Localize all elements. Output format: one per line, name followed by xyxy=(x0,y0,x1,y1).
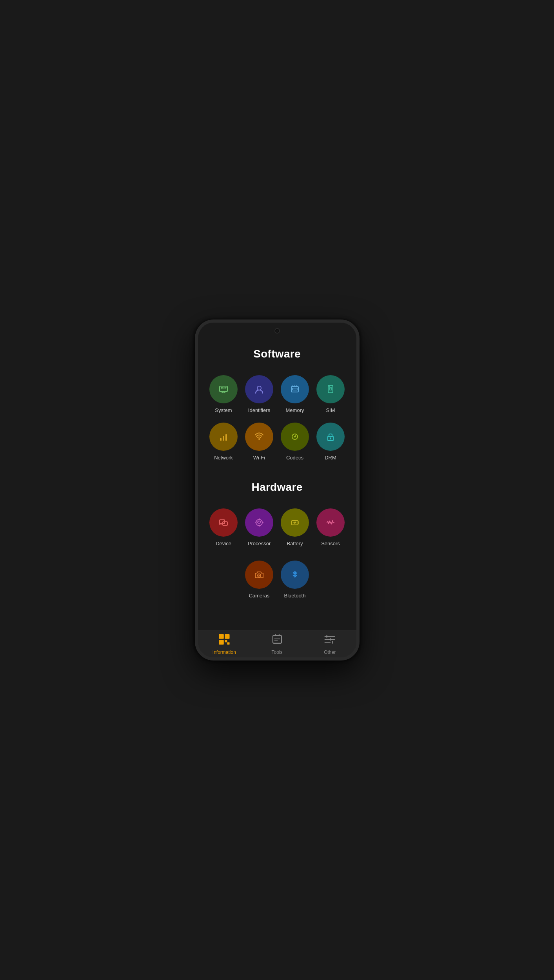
scroll-content: Software System xyxy=(198,338,356,630)
drm-item[interactable]: DRM xyxy=(313,419,349,464)
processor-label: Processor xyxy=(248,541,271,546)
cameras-icon-circle xyxy=(245,561,273,589)
bluetooth-icon xyxy=(289,568,301,581)
volume-up-button xyxy=(195,401,196,425)
wifi-label: Wi-Fi xyxy=(253,455,265,461)
nav-other[interactable]: Other xyxy=(303,630,356,658)
battery-item[interactable]: Battery xyxy=(277,505,313,550)
drm-icon-circle xyxy=(316,423,345,451)
network-label: Network xyxy=(214,455,233,461)
hardware-section-title: Hardware xyxy=(198,472,356,501)
codecs-icon-circle xyxy=(281,423,309,451)
volume-down-button xyxy=(195,432,196,456)
device-icon-circle xyxy=(209,508,238,537)
tools-nav-icon xyxy=(271,633,283,648)
svg-rect-21 xyxy=(219,634,223,639)
svg-point-2 xyxy=(257,386,261,390)
codecs-icon xyxy=(289,430,301,443)
sim-item[interactable]: SIM xyxy=(313,372,349,416)
sensors-icon-circle xyxy=(316,508,345,537)
device-label: Device xyxy=(216,541,231,546)
sensors-item[interactable]: Sensors xyxy=(313,505,349,550)
svg-rect-26 xyxy=(272,635,281,643)
network-item[interactable]: Network xyxy=(206,419,242,464)
device-icon xyxy=(217,516,230,529)
hardware-grid-row2: Cameras Bluetooth xyxy=(198,554,356,613)
power-button xyxy=(358,385,360,409)
volume-silent-button xyxy=(195,377,196,393)
bluetooth-icon-circle xyxy=(281,561,309,589)
network-icon xyxy=(217,430,230,443)
tools-nav-label: Tools xyxy=(272,650,283,655)
cameras-label: Cameras xyxy=(249,593,270,599)
identifiers-icon xyxy=(253,383,265,396)
cameras-item[interactable]: Cameras xyxy=(242,557,277,602)
processor-icon-circle xyxy=(245,508,273,537)
network-icon-circle xyxy=(209,423,238,451)
codecs-item[interactable]: Codecs xyxy=(277,419,313,464)
sensors-label: Sensors xyxy=(321,541,340,546)
system-label: System xyxy=(215,407,232,413)
phone-frame: Software System xyxy=(195,319,360,661)
nav-information[interactable]: Information xyxy=(198,630,251,658)
other-nav-icon xyxy=(323,633,336,648)
bottom-navigation: Information Tools xyxy=(198,630,356,657)
memory-label: Memory xyxy=(286,407,304,413)
processor-icon xyxy=(253,516,265,529)
sensors-icon xyxy=(324,516,337,529)
wifi-item[interactable]: Wi-Fi xyxy=(242,419,277,464)
svg-rect-22 xyxy=(225,634,229,639)
system-icon xyxy=(217,383,230,396)
drm-icon xyxy=(324,430,337,443)
wifi-icon xyxy=(253,430,265,443)
other-nav-label: Other xyxy=(324,650,336,655)
system-item[interactable]: System xyxy=(206,372,242,416)
codecs-label: Codecs xyxy=(286,455,303,461)
svg-point-16 xyxy=(256,519,262,526)
cameras-icon xyxy=(253,568,265,581)
svg-rect-6 xyxy=(220,438,222,441)
drm-label: DRM xyxy=(325,455,336,461)
sim-label: SIM xyxy=(326,407,335,413)
svg-rect-8 xyxy=(225,434,227,441)
battery-icon xyxy=(289,516,301,529)
memory-icon-circle xyxy=(281,375,309,403)
software-grid: System Identifiers xyxy=(198,368,356,472)
svg-rect-0 xyxy=(220,386,227,392)
svg-rect-25 xyxy=(227,642,229,644)
battery-label: Battery xyxy=(287,541,303,546)
svg-rect-4 xyxy=(292,388,297,390)
svg-rect-7 xyxy=(223,436,224,441)
identifiers-icon-circle xyxy=(245,375,273,403)
phone-screen: Software System xyxy=(198,323,356,657)
battery-icon-circle xyxy=(281,508,309,537)
processor-item[interactable]: Processor xyxy=(242,505,277,550)
memory-item[interactable]: Memory xyxy=(277,372,313,416)
sim-icon xyxy=(324,383,337,396)
svg-point-9 xyxy=(258,438,260,440)
wifi-icon-circle xyxy=(245,423,273,451)
bluetooth-label: Bluetooth xyxy=(284,593,306,599)
device-item[interactable]: Device xyxy=(206,505,242,550)
svg-rect-23 xyxy=(219,640,223,644)
identifiers-label: Identifiers xyxy=(248,407,270,413)
memory-icon xyxy=(289,383,301,396)
sim-icon-circle xyxy=(316,375,345,403)
front-camera xyxy=(274,328,280,334)
identifiers-item[interactable]: Identifiers xyxy=(242,372,277,416)
svg-rect-5 xyxy=(329,388,332,390)
information-nav-label: Information xyxy=(213,650,236,655)
nav-tools[interactable]: Tools xyxy=(251,630,303,658)
hardware-grid-row1: Device Processor xyxy=(198,501,356,554)
svg-rect-24 xyxy=(225,640,227,642)
system-icon-circle xyxy=(209,375,238,403)
svg-point-20 xyxy=(259,575,260,576)
information-nav-icon xyxy=(218,633,231,648)
svg-rect-1 xyxy=(221,387,223,389)
bluetooth-item[interactable]: Bluetooth xyxy=(277,557,313,602)
software-section-title: Software xyxy=(198,338,356,368)
